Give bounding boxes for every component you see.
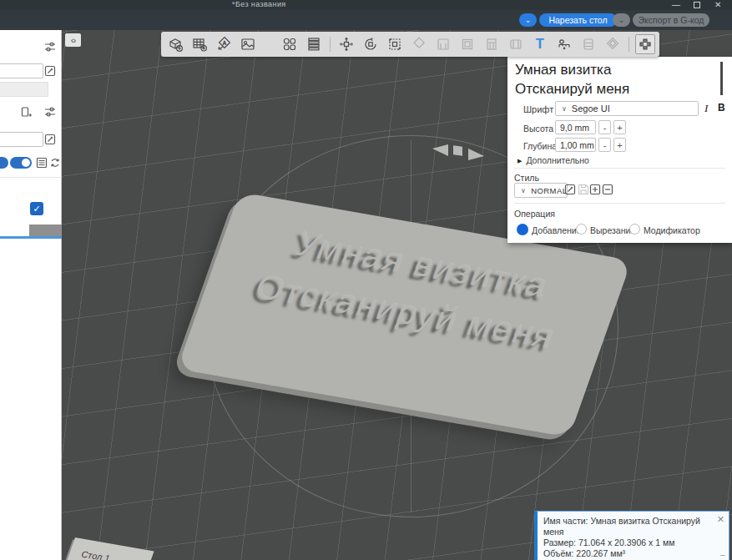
- edit-process-icon[interactable]: [43, 133, 57, 146]
- combo-chevron-icon: ∨: [562, 105, 567, 113]
- top-action-bar: ⌄ Нарезать стол ⌄ Экспорт в G-код: [0, 10, 732, 30]
- info-part-name: Имя части: Умная визитка Отсканируй меня: [543, 516, 715, 537]
- sync-presets-icon[interactable]: [48, 156, 62, 169]
- combo-chevron-icon: ∨: [521, 187, 526, 194]
- emboss-text-input[interactable]: Умная визитка Отсканируй меня: [512, 59, 720, 98]
- style-save-icon: [578, 184, 589, 195]
- height-increase-button[interactable]: +: [613, 120, 626, 134]
- depth-label: Глубина: [523, 141, 557, 151]
- sidebar-scrollbar[interactable]: [29, 225, 62, 236]
- height-decrease-button[interactable]: -: [598, 120, 611, 134]
- style-value: NORMAL: [531, 186, 567, 195]
- filament-settings-sliders-icon[interactable]: [43, 105, 57, 119]
- support-painting-icon: [457, 34, 477, 54]
- operation-add-label: Добавление: [532, 225, 582, 235]
- auto-orient-icon[interactable]: A: [214, 34, 234, 54]
- operation-modifier-label: Модификатор: [644, 225, 700, 235]
- object-visibility-checkbox[interactable]: ✓: [30, 202, 43, 215]
- export-gcode-button[interactable]: Экспорт в G-код: [633, 13, 709, 27]
- advanced-label: Дополнительно: [526, 155, 589, 165]
- add-object-icon[interactable]: [165, 34, 185, 54]
- text-input-scrollbar[interactable]: [720, 62, 723, 95]
- style-add-icon[interactable]: [589, 184, 601, 195]
- operation-add-radio[interactable]: [517, 224, 528, 235]
- font-value: Segoe UI: [572, 103, 610, 114]
- style-edit-icon[interactable]: [564, 184, 576, 195]
- measure-tool-icon[interactable]: [554, 34, 574, 54]
- bed-type-select[interactable]: [0, 82, 48, 97]
- assembly-view-icon[interactable]: [635, 34, 655, 54]
- rotate-tool-icon[interactable]: [361, 34, 381, 54]
- minimize-button[interactable]: —: [672, 0, 680, 9]
- toggle-knob: [22, 159, 30, 167]
- font-select[interactable]: ∨ Segoe UI: [555, 101, 699, 116]
- window-title: *Без названия: [232, 0, 286, 8]
- info-close-icon[interactable]: ✕: [717, 514, 724, 525]
- font-label: Шрифт: [523, 104, 553, 114]
- seam-painting-icon: [433, 34, 453, 54]
- move-tool-icon[interactable]: [336, 34, 356, 54]
- advanced-expander[interactable]: ▶Дополнительно: [517, 155, 589, 165]
- expander-arrow-icon: ▶: [517, 158, 522, 164]
- text-tool-icon[interactable]: T: [530, 34, 550, 54]
- info-size: Размер: 71.064 x 20.3906 x 1 мм: [543, 537, 715, 548]
- advanced-mode-toggle[interactable]: [10, 157, 32, 169]
- depth-increase-button[interactable]: +: [613, 138, 626, 152]
- part-info-box: Имя части: Умная визитка Отсканируй меня…: [534, 511, 729, 560]
- add-filament-icon[interactable]: [20, 105, 33, 119]
- depth-decrease-button[interactable]: -: [598, 138, 611, 152]
- left-sidebar: ✓: [0, 30, 62, 560]
- operation-modifier-radio[interactable]: [629, 224, 640, 235]
- panel-divider: [514, 203, 725, 204]
- slice-plate-button[interactable]: Нарезать стол: [539, 13, 617, 27]
- maximize-button[interactable]: [694, 2, 700, 8]
- mode-toggle-left[interactable]: [0, 157, 8, 169]
- edit-printer-icon[interactable]: [43, 64, 57, 78]
- text-tool-panel: Умная визитка Отсканируй меня Шрифт ∨ Se…: [507, 57, 732, 243]
- selection-highlight-line: [0, 236, 62, 239]
- close-button[interactable]: ✕: [714, 0, 721, 9]
- title-bar: *Без названия — ✕: [0, 0, 732, 10]
- style-select[interactable]: ∨ NORMAL: [514, 183, 568, 198]
- operation-label: Операция: [514, 209, 555, 219]
- toolbar-separator: [330, 37, 331, 52]
- fuzzy-skin-icon: [506, 34, 526, 54]
- main-toolbar: A T: [161, 32, 659, 57]
- split-to-objects-icon[interactable]: [280, 34, 300, 54]
- info-resize-grip-icon[interactable]: −: [720, 550, 725, 560]
- sidebar-collapse-button[interactable]: ‹›: [65, 33, 81, 47]
- panel-divider: [514, 168, 725, 169]
- add-plate-icon[interactable]: [189, 34, 210, 54]
- height-input[interactable]: 9,0 mm: [555, 120, 596, 134]
- operation-cut-label: Вырезание: [590, 225, 635, 235]
- height-label: Высота: [523, 124, 553, 134]
- printer-settings-sliders-icon[interactable]: [43, 40, 57, 53]
- depth-input[interactable]: 1,00 mm: [555, 138, 596, 152]
- scale-tool-icon[interactable]: [385, 34, 405, 54]
- style-label: Стиль: [514, 173, 539, 183]
- toolbar-separator: [629, 37, 629, 52]
- bold-button[interactable]: B: [718, 102, 725, 114]
- move-gizmo-handle[interactable]: [453, 145, 462, 156]
- import-image-icon[interactable]: [238, 34, 258, 54]
- parameter-list-icon[interactable]: [35, 156, 48, 169]
- svg-text:A: A: [223, 40, 227, 46]
- style-remove-icon[interactable]: [602, 184, 613, 195]
- variable-layer-height-icon: [409, 34, 429, 54]
- mesh-boolean-icon: [603, 34, 623, 54]
- printer-preset-select[interactable]: [0, 63, 43, 78]
- process-preset-select[interactable]: [0, 132, 43, 147]
- split-to-parts-icon[interactable]: [304, 34, 324, 54]
- move-gizmo-left-arrow-icon[interactable]: [432, 143, 448, 156]
- move-gizmo-right-arrow-icon[interactable]: [468, 149, 484, 162]
- operation-cut-radio[interactable]: [576, 224, 587, 235]
- sidebar-divider: [0, 177, 62, 178]
- slice-dropdown-chevron-icon[interactable]: ⌄: [519, 13, 537, 27]
- italic-button[interactable]: I: [704, 102, 708, 115]
- export-dropdown-chevron-icon[interactable]: ⌄: [613, 13, 630, 27]
- color-painting-icon: [482, 34, 502, 54]
- edit-mesh-icon: [578, 34, 598, 54]
- info-volume: Объём: 220.267 мм³: [543, 548, 715, 559]
